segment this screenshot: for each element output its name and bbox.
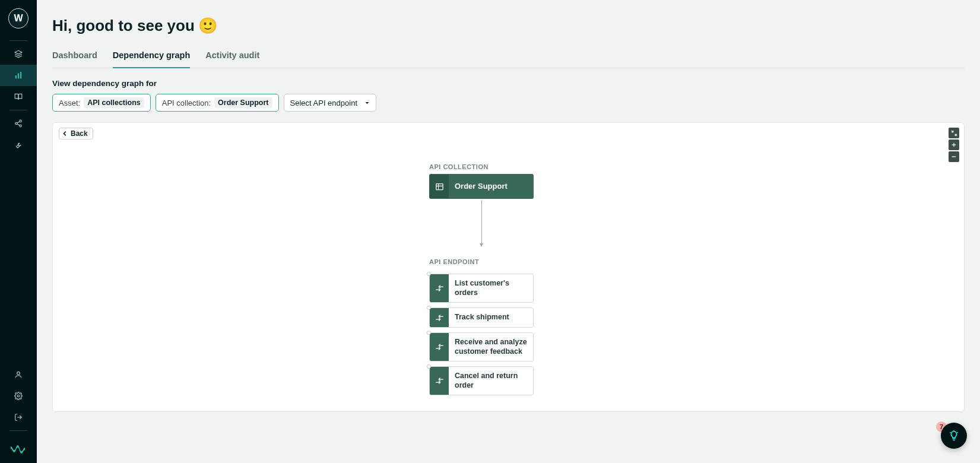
table-icon [430,175,449,198]
back-button[interactable]: Back [59,128,93,139]
svg-point-5 [15,122,18,125]
book-icon [14,93,23,101]
graph-node-status-dot [427,331,431,335]
sidebar-item-docs[interactable] [0,86,37,107]
filter-asset-label: Asset: [59,99,80,107]
tab-label: Dashboard [52,50,97,60]
smile-emoji: 🙂 [198,17,217,35]
graph-node-endpoint-label: Cancel and return order [449,367,533,395]
svg-point-10 [17,395,20,397]
filter-endpoint-select[interactable]: Select API endpoint [284,94,376,112]
endpoint-icon [430,367,449,395]
main-content: Hi, good to see you 🙂 Dashboard Dependen… [37,0,980,463]
sidebar-item-dashboard[interactable] [0,65,37,86]
graph-node-status-dot [427,272,431,276]
filter-bar: Asset: API collections API collection: O… [52,94,965,112]
graph-node-collection[interactable]: Order Support [429,174,534,199]
logout-icon [14,413,23,421]
sidebar-item-settings[interactable] [0,385,37,407]
sidebar: W [0,0,37,463]
sidebar-divider [9,110,27,110]
filter-asset[interactable]: Asset: API collections [52,94,151,112]
graph-section-collection-label: API COLLECTION [429,163,534,170]
sidebar-footer-brand [0,433,37,463]
tab-dependency-graph[interactable]: Dependency graph [113,46,191,68]
graph-node-endpoint-label: Receive and analyze customer feedback [449,333,533,361]
tab-label: Activity audit [205,50,259,60]
zoom-fit-button[interactable] [949,128,959,138]
collapse-icon [951,130,957,137]
gear-icon [14,392,23,400]
endpoint-icon [430,333,449,361]
svg-point-4 [20,120,22,122]
svg-line-30 [957,432,957,433]
wrench-icon [14,141,23,149]
filter-collection-label: API collection: [162,99,211,107]
filter-endpoint-label: Select API endpoint [290,99,357,107]
svg-rect-1 [15,75,17,78]
page-title: Hi, good to see you 🙂 [52,17,965,35]
svg-rect-3 [20,72,21,78]
sidebar-item-logout[interactable] [0,407,37,428]
graph-node-endpoint[interactable]: Receive and analyze customer feedback [429,332,534,361]
tabs: Dashboard Dependency graph Activity audi… [52,46,965,68]
svg-point-6 [20,125,22,127]
graph-section-endpoint-label: API ENDPOINT [429,258,534,265]
sidebar-item-users[interactable] [0,364,37,385]
tab-dashboard[interactable]: Dashboard [52,46,97,68]
lightbulb-icon [948,430,960,442]
graph-node-endpoint-label: List customer's orders [449,274,533,302]
zoom-controls [949,128,959,162]
graph-node-endpoint[interactable]: List customer's orders [429,274,534,303]
endpoint-icon [430,308,449,327]
plus-icon [951,142,957,148]
user-icon [14,370,23,379]
svg-rect-17 [436,183,442,189]
svg-line-8 [17,122,20,123]
sidebar-item-tools[interactable] [0,134,37,156]
help-button[interactable] [941,423,967,449]
back-button-label: Back [71,129,88,138]
svg-rect-2 [18,74,19,79]
endpoint-icon [430,274,449,302]
graph-node-endpoint[interactable]: Cancel and return order [429,366,534,395]
sidebar-divider [9,40,27,41]
chevron-left-icon [62,131,68,137]
zoom-in-button[interactable] [949,139,959,150]
brand-logo-letter: W [14,13,23,24]
graph-node-endpoint[interactable]: Track shipment [429,307,534,328]
sidebar-divider [9,430,27,431]
graph: API COLLECTION Order Support API ENDPOIN… [429,163,534,395]
sidebar-item-layers[interactable] [0,43,37,65]
layers-icon [14,50,23,58]
graph-node-endpoint-label: Track shipment [449,308,533,327]
svg-point-9 [17,372,20,375]
graph-node-collection-label: Order Support [449,175,533,198]
filter-asset-value: API collections [84,97,144,108]
filter-section-label: View dependency graph for [52,79,965,88]
tab-activity-audit[interactable]: Activity audit [205,46,259,68]
brand-wave-icon [9,443,27,454]
filter-collection[interactable]: API collection: Order Support [156,94,279,112]
zoom-out-button[interactable] [949,151,959,162]
chevron-down-icon [364,100,370,106]
bar-chart-icon [14,71,23,80]
tab-label: Dependency graph [113,50,191,60]
svg-marker-0 [15,50,22,54]
svg-line-29 [950,432,950,433]
svg-line-7 [17,124,20,125]
brand-logo[interactable]: W [8,8,28,28]
graph-canvas[interactable]: Back API COLLECTION Order Support [52,122,965,412]
minus-icon [951,154,957,160]
page-title-text: Hi, good to see you [52,17,195,35]
share-icon [14,119,23,128]
sidebar-item-share[interactable] [0,113,37,134]
filter-collection-value: Order Support [214,97,272,108]
